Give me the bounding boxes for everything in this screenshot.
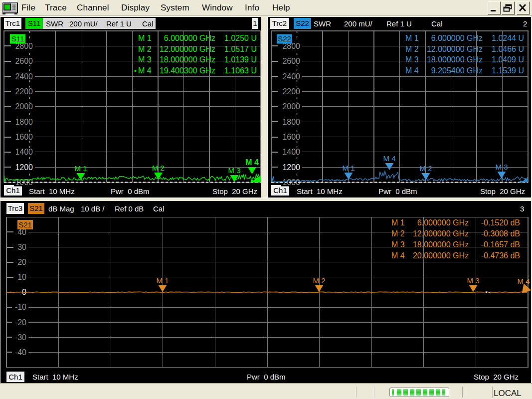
svg-text:1200: 1200 <box>15 163 33 172</box>
svg-text:M 3: M 3 <box>405 55 419 64</box>
svg-text:S22: S22 <box>278 34 291 43</box>
svg-text:2400: 2400 <box>15 72 33 81</box>
svg-text:M 1: M 1 <box>391 218 405 227</box>
svg-text:-0.3008 dB: -0.3008 dB <box>481 229 520 238</box>
svg-text:M 4: M 4 <box>138 66 152 75</box>
svg-text:2200: 2200 <box>282 87 300 96</box>
svg-text:1400: 1400 <box>282 148 300 156</box>
svg-text:2000: 2000 <box>282 102 300 111</box>
svg-text:2400: 2400 <box>282 72 300 81</box>
svg-text:6.000000 GHz: 6.000000 GHz <box>431 34 483 42</box>
svg-text:M 4: M 4 <box>517 277 530 285</box>
svg-text:-0.1657 dB: -0.1657 dB <box>481 240 520 249</box>
svg-text:1.1063 U: 1.1063 U <box>224 66 257 75</box>
svg-text:M 1: M 1 <box>138 34 152 42</box>
svg-text:M 4: M 4 <box>383 154 395 163</box>
svg-text:1600: 1600 <box>15 133 33 141</box>
svg-text:-0.1520 dB: -0.1520 dB <box>481 218 520 227</box>
svg-text:1200: 1200 <box>282 163 300 172</box>
svg-text:18.000000 GHz: 18.000000 GHz <box>413 240 469 249</box>
svg-text:M 3: M 3 <box>138 55 152 64</box>
svg-text:-30: -30 <box>15 333 26 342</box>
svg-text:M 1: M 1 <box>156 276 169 285</box>
svg-text:S11: S11 <box>11 34 24 43</box>
svg-text:-40: -40 <box>15 348 26 357</box>
svg-text:M 1: M 1 <box>405 34 419 42</box>
svg-text:M 1: M 1 <box>74 164 87 173</box>
svg-text:M 1: M 1 <box>342 164 355 172</box>
svg-text:9.205400 GHz: 9.205400 GHz <box>431 66 483 75</box>
svg-text:1.0139 U: 1.0139 U <box>224 55 257 64</box>
svg-text:18.000000 GHz: 18.000000 GHz <box>427 55 483 64</box>
svg-text:6.000000 GHz: 6.000000 GHz <box>417 218 469 227</box>
svg-text:1800: 1800 <box>15 118 33 126</box>
svg-text:1.0250 U: 1.0250 U <box>224 34 257 42</box>
svg-text:1400: 1400 <box>15 148 33 156</box>
svg-text:12.000000 GHz: 12.000000 GHz <box>413 229 469 238</box>
svg-text:M 2: M 2 <box>419 164 432 173</box>
svg-text:1.1539 U: 1.1539 U <box>492 66 524 75</box>
svg-text:M 2: M 2 <box>391 229 405 238</box>
svg-text:M 3: M 3 <box>495 163 508 171</box>
svg-text:M 4: M 4 <box>391 251 405 260</box>
svg-text:1.0244 U: 1.0244 U <box>492 34 524 42</box>
svg-text:1600: 1600 <box>282 133 300 141</box>
svg-text:M 3: M 3 <box>391 240 405 249</box>
svg-text:M 3: M 3 <box>467 276 479 285</box>
svg-text:M 4: M 4 <box>245 158 259 167</box>
svg-text:20.000000 GHz: 20.000000 GHz <box>413 251 469 260</box>
svg-text:2600: 2600 <box>15 57 33 65</box>
svg-text:M 3: M 3 <box>228 166 240 175</box>
svg-text:18.000000 GHz: 18.000000 GHz <box>160 55 215 64</box>
svg-text:10: 10 <box>17 273 26 281</box>
svg-text:2200: 2200 <box>15 87 33 96</box>
svg-text:1.0409 U: 1.0409 U <box>492 55 524 64</box>
svg-text:-20: -20 <box>15 318 26 327</box>
svg-text:•: • <box>134 67 137 75</box>
svg-text:19.400300 GHz: 19.400300 GHz <box>160 66 215 75</box>
svg-text:2000: 2000 <box>15 102 33 111</box>
svg-text:-10: -10 <box>15 303 26 311</box>
svg-text:30: 30 <box>17 243 26 251</box>
svg-text:6.000000 GHz: 6.000000 GHz <box>164 34 215 42</box>
svg-text:20: 20 <box>17 258 26 266</box>
svg-text:M 4: M 4 <box>405 66 419 75</box>
svg-text:2600: 2600 <box>282 57 300 65</box>
svg-text:M 2: M 2 <box>152 164 165 172</box>
svg-text:S21: S21 <box>18 220 32 229</box>
svg-text:1800: 1800 <box>282 118 300 126</box>
svg-text:M 2: M 2 <box>313 276 325 285</box>
svg-text:-0.4736 dB: -0.4736 dB <box>481 251 520 260</box>
